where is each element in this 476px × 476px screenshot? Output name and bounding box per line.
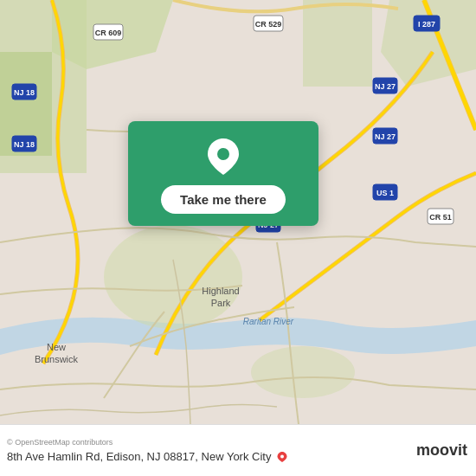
moovit-logo: moovit	[416, 441, 467, 460]
footer-left: © OpenStreetMap contributors 8th Ave Ham…	[7, 438, 288, 464]
moovit-label: moovit	[416, 441, 467, 460]
svg-point-33	[217, 148, 229, 160]
svg-point-7	[251, 346, 355, 398]
map-container: CR 609 CR 529 I 287 NJ 18 NJ 18 NJ 27 NJ…	[0, 0, 476, 424]
take-me-there-button[interactable]: Take me there	[161, 185, 286, 214]
svg-text:CR 529: CR 529	[255, 20, 282, 29]
svg-text:NJ 18: NJ 18	[14, 88, 35, 97]
osm-attribution: © OpenStreetMap contributors	[7, 438, 288, 447]
svg-text:Park: Park	[211, 298, 231, 308]
svg-text:Brunswick: Brunswick	[35, 354, 79, 364]
svg-text:New: New	[47, 342, 66, 352]
svg-text:NJ 27: NJ 27	[375, 82, 396, 91]
cta-overlay: Take me there	[128, 121, 318, 226]
svg-text:US 1: US 1	[376, 189, 394, 197]
svg-text:Highland: Highland	[202, 286, 239, 296]
address-line: 8th Ave Hamlin Rd, Edison, NJ 08817, New…	[7, 448, 288, 464]
svg-text:CR 609: CR 609	[95, 29, 122, 37]
address-text: 8th Ave Hamlin Rd, Edison, NJ 08817, New…	[7, 450, 288, 463]
moovit-pin-inline	[276, 451, 288, 463]
svg-rect-4	[303, 0, 372, 87]
location-pin-icon	[206, 137, 241, 177]
svg-text:CR 51: CR 51	[429, 213, 452, 222]
footer: © OpenStreetMap contributors 8th Ave Ham…	[0, 424, 476, 476]
svg-point-34	[280, 455, 284, 459]
svg-text:I 287: I 287	[418, 20, 435, 29]
svg-text:NJ 27: NJ 27	[375, 132, 396, 141]
svg-text:Raritan River: Raritan River	[243, 317, 294, 326]
svg-text:NJ 18: NJ 18	[14, 140, 35, 149]
